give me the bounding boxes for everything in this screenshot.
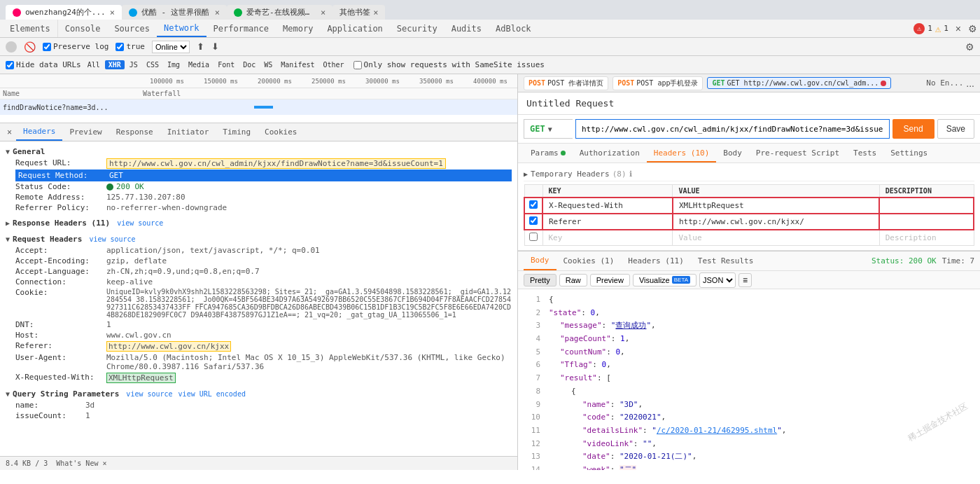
tab-close-bookmarks[interactable]: × <box>373 8 378 18</box>
filter-ws[interactable]: WS <box>260 60 276 69</box>
preserve-log-label[interactable]: Preserve log <box>43 42 108 51</box>
header-row-referer[interactable]: Referer http://www.cwl.gov.cn/kjxx/ <box>524 214 974 230</box>
preserve-log-checkbox[interactable] <box>43 43 51 51</box>
detail-tab-initiator[interactable]: Initiator <box>160 123 216 141</box>
wrap-button[interactable]: ≡ <box>738 273 752 287</box>
detail-tab-cookies[interactable]: Cookies <box>258 123 304 141</box>
export-button[interactable]: ⬇ <box>211 41 219 52</box>
header-row1-checkbox[interactable] <box>529 200 538 209</box>
clear-button[interactable]: 🚫 <box>24 41 36 53</box>
tab-application[interactable]: Application <box>320 20 389 37</box>
tab-elements[interactable]: Elements <box>3 20 58 37</box>
tab-sources[interactable]: Sources <box>107 20 157 37</box>
tab-close-owenzhang[interactable]: × <box>110 8 115 18</box>
detail-tab-headers[interactable]: Headers <box>16 123 62 141</box>
filter-img[interactable]: Img <box>164 60 183 69</box>
same-site-label[interactable]: Only show requests with SameSite issues <box>354 60 545 69</box>
devtools-close-button[interactable]: × <box>951 23 965 34</box>
tab-close-youku[interactable]: × <box>215 8 220 18</box>
json-format-select[interactable]: JSON <box>699 272 736 288</box>
url-input[interactable] <box>575 119 890 139</box>
general-section-header[interactable]: ▼ General <box>6 144 512 158</box>
tab-audits[interactable]: Audits <box>444 20 489 37</box>
filter-other[interactable]: Other <box>320 60 348 69</box>
response-tab-test-results[interactable]: Test Results <box>691 251 760 270</box>
hide-data-urls-checkbox[interactable] <box>6 61 14 69</box>
response-tab-headers[interactable]: Headers (11) <box>621 251 690 270</box>
postman-tab-authorization[interactable]: Authorization <box>573 145 647 163</box>
filter-css[interactable]: CSS <box>143 60 162 69</box>
whats-new-label[interactable]: What's New × <box>56 459 106 467</box>
no-env-label[interactable]: No En... <box>926 78 963 88</box>
detail-tab-preview[interactable]: Preview <box>62 123 108 141</box>
detail-tab-response[interactable]: Response <box>109 123 160 141</box>
temp-headers-info-icon[interactable]: ℹ <box>629 170 632 179</box>
header-value-new[interactable]: Value <box>673 230 879 246</box>
browser-tab-youku[interactable]: 优酷 - 这世界很酷 × <box>122 5 227 20</box>
filter-manifest[interactable]: Manifest <box>277 60 318 69</box>
view-url-encoded[interactable]: view URL encoded <box>178 390 246 398</box>
method-selector[interactable]: GET ▼ <box>524 119 573 139</box>
postman-tab-pre-request[interactable]: Pre-request Script <box>749 145 846 163</box>
hide-data-urls-label[interactable]: Hide data URLs <box>6 60 81 69</box>
postman-tab-params[interactable]: Params <box>524 145 573 163</box>
postman-history-post-details[interactable]: POST POST 作者详情页 <box>524 76 608 90</box>
devtools-settings-button[interactable]: ⚙ <box>968 23 977 34</box>
header-row-new[interactable]: Key Value Description <box>524 230 974 246</box>
response-headers-section-header[interactable]: ▶ Response Headers (11) view source <box>6 216 512 229</box>
network-settings-button[interactable]: ⚙ <box>965 41 974 53</box>
tab-network[interactable]: Network <box>157 20 206 37</box>
browser-tab-iqiyi[interactable]: 爱奇艺-在线视频网... × <box>227 5 332 20</box>
same-site-checkbox[interactable] <box>354 61 362 69</box>
filter-font[interactable]: Font <box>214 60 238 69</box>
view-raw-button[interactable]: Raw <box>559 274 587 286</box>
disable-cache-checkbox[interactable] <box>115 43 124 51</box>
filter-xhr[interactable]: XHR <box>105 60 125 69</box>
tab-memory[interactable]: Memory <box>276 20 320 37</box>
throttle-select[interactable]: Online <box>152 41 190 53</box>
header-row2-checkbox[interactable] <box>529 216 538 225</box>
tab-security[interactable]: Security <box>390 20 444 37</box>
view-source-request[interactable]: view source <box>89 235 135 243</box>
postman-tab-tests[interactable]: Tests <box>846 145 883 163</box>
browser-tab-owenzhang[interactable]: owenzhang24的个... × <box>6 5 122 20</box>
postman-tab-body[interactable]: Body <box>716 145 749 163</box>
filter-doc[interactable]: Doc <box>239 60 259 69</box>
postman-more-button[interactable]: ... <box>966 78 974 89</box>
postman-history-post-login[interactable]: POST POST app手机登录 <box>612 76 703 90</box>
tab-performance[interactable]: Performance <box>206 20 276 37</box>
filter-media[interactable]: Media <box>185 60 213 69</box>
header-key-new[interactable]: Key <box>542 230 673 246</box>
view-source-response[interactable]: view source <box>117 219 163 227</box>
view-preview-button[interactable]: Preview <box>590 274 630 286</box>
view-pretty-button[interactable]: Pretty <box>524 274 556 286</box>
tab-close-iqiyi[interactable]: × <box>321 8 326 18</box>
send-button[interactable]: Send <box>892 119 934 139</box>
filter-all[interactable]: All <box>84 60 104 69</box>
query-params-section-header[interactable]: ▼ Query String Parameters view source vi… <box>6 387 512 400</box>
view-visualize-button[interactable]: Visualize BETA <box>633 274 696 286</box>
response-tab-body[interactable]: Body <box>524 251 556 270</box>
save-button[interactable]: Save <box>937 119 974 139</box>
detail-close-button[interactable]: × <box>3 127 16 137</box>
param-name-value: 3d <box>85 401 94 410</box>
filter-js[interactable]: JS <box>126 60 141 69</box>
response-tab-cookies[interactable]: Cookies (1) <box>556 251 622 270</box>
record-button[interactable] <box>6 41 17 53</box>
tab-adblock[interactable]: AdBlock <box>489 20 538 37</box>
browser-tab-bookmarks[interactable]: 其他书签 × <box>332 5 385 20</box>
disable-cache-label[interactable]: true <box>115 42 145 51</box>
postman-tab-settings[interactable]: Settings <box>883 145 934 163</box>
tab-console[interactable]: Console <box>58 20 108 37</box>
header-row-x-requested-with[interactable]: X-Requested-With XMLHttpRequest <box>524 198 974 214</box>
postman-tab-headers[interactable]: Headers (10) <box>647 145 716 163</box>
method-badge-post-details: POST <box>528 79 545 87</box>
import-button[interactable]: ⬆ <box>197 41 204 52</box>
header-desc-new[interactable]: Description <box>879 230 974 246</box>
warning-badge: ⚠ <box>935 23 941 34</box>
header-row3-checkbox[interactable] <box>529 233 538 241</box>
view-source-params[interactable]: view source <box>126 390 172 398</box>
detail-tab-timing[interactable]: Timing <box>216 123 258 141</box>
request-headers-section-header[interactable]: ▼ Request Headers view source <box>6 232 512 245</box>
postman-history-get-cwl[interactable]: GET GET http://www.cwl.gov.cn/cwl_adm... <box>707 77 891 89</box>
